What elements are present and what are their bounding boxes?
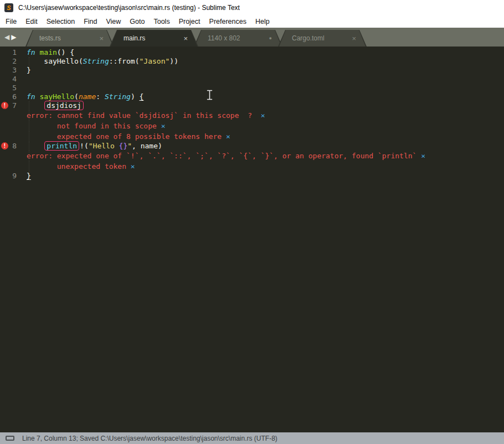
status-text: Line 7, Column 13; Saved C:\Users\jasew\… [22, 435, 277, 442]
code-token: } [27, 66, 31, 74]
code-text[interactable] [22, 75, 504, 84]
code-token: ::from( [109, 57, 140, 65]
tab-close-icon[interactable]: × [99, 35, 104, 42]
menu-bar: FileEditSelectionFindViewGotoToolsProjec… [0, 15, 504, 28]
tab-close-icon[interactable]: × [352, 35, 356, 42]
gutter: 2 [0, 57, 22, 66]
code-token: println [44, 141, 79, 151]
code-text[interactable]: } [22, 172, 504, 180]
dismiss-annotation-icon[interactable]: × [261, 111, 265, 120]
tab-tests.rs[interactable]: tests.rs× [25, 30, 114, 47]
code-text[interactable] [22, 84, 504, 92]
gutter [0, 151, 22, 161]
annotation-text: error: cannot find value `dsjdiosj` in t… [22, 110, 504, 121]
error-annotation: not found in this scope × [0, 121, 504, 131]
menu-item-file[interactable]: File [1, 17, 21, 27]
code-line-5: 5 [0, 84, 504, 92]
line-number: 5 [0, 84, 22, 92]
code-line-7: !7 dsjdiosj [0, 101, 504, 110]
back-arrow-icon[interactable]: ◀ [4, 34, 9, 40]
menu-item-edit[interactable]: Edit [21, 17, 42, 27]
code-line-1: 1fn main() { [0, 48, 504, 57]
menu-item-tools[interactable]: Tools [149, 17, 174, 27]
annotation-text: expected one of 8 possible tokens here × [22, 131, 504, 142]
line-number: 9 [0, 172, 22, 180]
menu-item-help[interactable]: Help [251, 17, 274, 27]
dismiss-annotation-icon[interactable]: × [226, 132, 230, 141]
dismiss-annotation-icon[interactable]: × [421, 152, 425, 160]
forward-arrow-icon[interactable]: ▶ [11, 34, 16, 40]
title-bar: S C:\Users\jasew\workspace\testing\jason… [0, 0, 504, 15]
error-annotation: error: expected one of `!`, `.`, `::`, `… [0, 151, 504, 161]
indent-guide [29, 57, 29, 66]
code-line-4: 4 [0, 75, 504, 84]
menu-item-view[interactable]: View [101, 17, 125, 27]
menu-item-project[interactable]: Project [174, 17, 205, 27]
tab-inner: 1140 x 802● [195, 30, 281, 47]
error-annotation: expected one of 8 possible tokens here × [0, 131, 504, 142]
panel-toggle-icon[interactable] [6, 436, 14, 441]
indent-guide [29, 142, 29, 151]
code-token: unexpected token [27, 162, 131, 171]
code-token: !( [80, 142, 89, 150]
code-token: name [79, 92, 96, 101]
code-token: String [83, 57, 109, 65]
modified-dot-icon[interactable]: ● [269, 36, 272, 41]
code-token: String [105, 92, 131, 101]
menu-item-goto[interactable]: Goto [125, 17, 149, 27]
tab-nav-arrows: ◀ ▶ [4, 28, 16, 47]
gutter: 5 [0, 84, 22, 92]
line-number: 3 [0, 66, 22, 75]
error-annotation: error: cannot find value `dsjdiosj` in t… [0, 110, 504, 121]
tab-1140-x-802[interactable]: 1140 x 802● [194, 30, 282, 47]
code-token: error: cannot find value `dsjdiosj` in t… [27, 111, 261, 120]
window-title: C:\Users\jasew\workspace\testing\jason\s… [18, 4, 240, 12]
indent-guide [29, 151, 29, 161]
annotation-text: error: expected one of `!`, `.`, `::`, `… [22, 151, 504, 161]
tab-inner: tests.rs× [27, 30, 113, 47]
menu-item-find[interactable]: Find [79, 17, 101, 27]
menu-item-preferences[interactable]: Preferences [205, 17, 251, 27]
dismiss-annotation-icon[interactable]: × [161, 122, 166, 130]
tab-main.rs[interactable]: main.rs× [110, 30, 198, 47]
gutter [0, 121, 22, 131]
error-annotation: unexpected token × [0, 161, 504, 172]
code-text[interactable]: dsjdiosj [22, 101, 504, 110]
code-token: expected one of 8 possible tokens here [27, 132, 226, 141]
code-token: fn [27, 92, 39, 101]
code-line-9: 9} [0, 172, 504, 180]
error-gutter-icon: ! [1, 142, 8, 149]
code-text[interactable]: fn main() { [22, 48, 504, 57]
code-token: "Jason" [140, 57, 170, 65]
gutter [0, 161, 22, 172]
code-token: sayHello( [27, 57, 83, 65]
line-number: 6 [0, 92, 22, 101]
code-text[interactable]: sayHello(String::from("Jason")) [22, 57, 504, 66]
gutter: 9 [0, 172, 22, 180]
gutter: !8 [0, 142, 22, 151]
tab-strip: tests.rs×main.rs×1140 x 802●Cargo.toml× [25, 30, 367, 47]
tab-label: main.rs [124, 34, 180, 42]
tab-cargo.toml[interactable]: Cargo.toml× [278, 30, 367, 47]
dismiss-annotation-icon[interactable]: × [131, 162, 135, 171]
gutter: 3 [0, 66, 22, 75]
code-token: ( [74, 92, 79, 101]
line-number: 1 [0, 48, 22, 57]
code-text[interactable]: fn sayHello(name: String) { [22, 92, 504, 101]
tab-close-icon[interactable]: × [183, 35, 188, 42]
code-token: error: expected one of `!`, `.`, `::`, `… [27, 152, 421, 160]
menu-item-selection[interactable]: Selection [42, 17, 79, 27]
gutter: 6 [0, 92, 22, 101]
gutter [0, 110, 22, 121]
code-token: dsjdiosj [44, 101, 84, 110]
tab-inner: Cargo.toml× [279, 30, 366, 47]
status-bar: Line 7, Column 13; Saved C:\Users\jasew\… [0, 432, 504, 444]
code-text[interactable]: } [22, 66, 504, 75]
gutter: !7 [0, 101, 22, 110]
code-token: not found in this scope [27, 122, 161, 130]
code-area[interactable]: 1fn main() {2 sayHello(String::from("Jas… [0, 47, 504, 432]
code-token: , name) [132, 142, 162, 150]
tab-inner: main.rs× [111, 30, 197, 47]
code-token: "Hello [89, 142, 119, 150]
code-text[interactable]: println!("Hello {}", name) [22, 142, 504, 151]
